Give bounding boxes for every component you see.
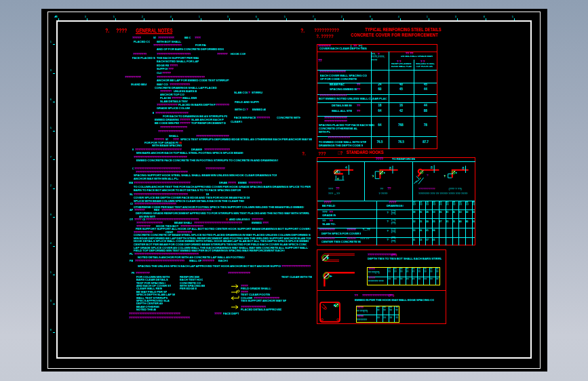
svg-text:??????? ??? ?? ????? ???? ???: ??????? ??? ?? ????? ???? ??? ???? [418,192,468,195]
svg-text:8: 8 [463,166,465,170]
svg-text:8: 8 [389,166,391,170]
svg-text:? ????: ? ???? [379,192,388,195]
svg-text:?: ? [427,174,429,177]
svg-text:4: 4 [345,165,347,169]
svg-text:8: 8 [431,165,433,169]
svg-text:??????????: ?????????? [418,187,435,190]
svg-text:??: ?? [336,187,340,190]
svg-text:??: ?? [380,187,384,190]
svg-text:(??? ? ??): (??? ? ??) [449,187,463,190]
svg-text:???: ??? [328,187,334,190]
svg-text:??: ?? [387,187,391,190]
svg-text:v: v [338,177,340,180]
svg-text:??? ↔??: ??? ↔?? [328,192,340,195]
